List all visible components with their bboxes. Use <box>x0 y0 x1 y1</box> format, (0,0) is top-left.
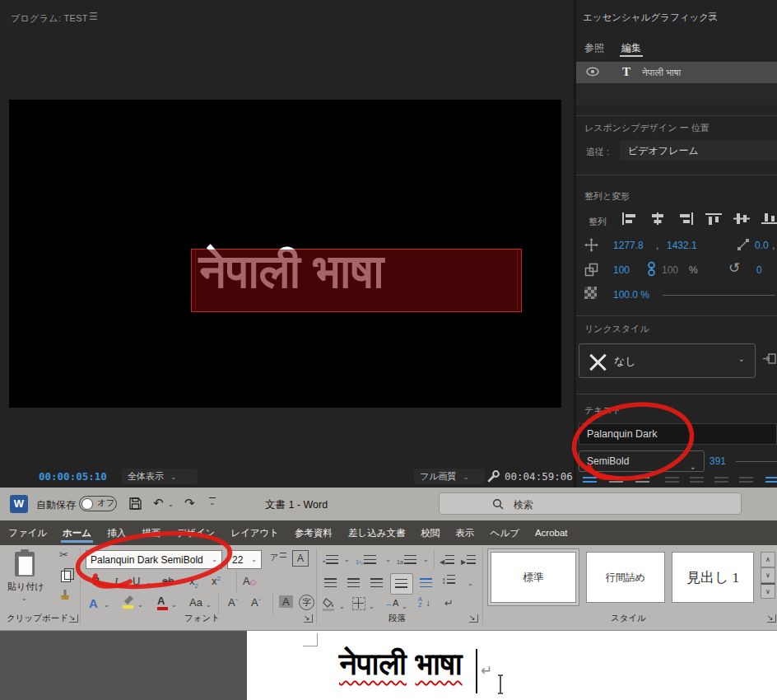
line-spacing-button[interactable]: ↕ <box>441 575 455 586</box>
shading-bucket-button[interactable] <box>323 598 335 611</box>
multilevel-list-button[interactable]: 1a <box>397 553 416 567</box>
push-style-to-layer-button[interactable] <box>762 352 776 366</box>
font-color-chevron-icon[interactable]: ⌄ <box>171 601 177 609</box>
italic-button[interactable]: I <box>114 575 118 588</box>
scale-height-value[interactable]: 100 <box>662 264 678 276</box>
tab-view[interactable]: 表示 <box>454 522 477 544</box>
distribute-button[interactable] <box>420 578 432 587</box>
font-family-dropdown[interactable]: Palanquin Dark <box>579 423 777 445</box>
undo-icon[interactable]: ↶ <box>153 496 164 511</box>
redo-icon[interactable]: ↷ <box>184 496 195 511</box>
paste-chevron-icon[interactable]: ⌄ <box>21 595 27 602</box>
grow-font-button[interactable]: Aˆ <box>228 596 238 609</box>
link-style-dropdown[interactable]: なし ⌄ <box>579 343 756 378</box>
align-center-horizontal-icon[interactable] <box>649 212 666 225</box>
text-justify-all-button[interactable] <box>739 477 753 478</box>
line-spacing-chevron-icon[interactable]: ⌄ <box>468 580 473 587</box>
numbered-list-chevron-icon[interactable]: ⌄ <box>385 556 391 563</box>
zoom-level-dropdown[interactable]: 全体表示 ⌄ <box>122 469 198 484</box>
styles-scroll-down-button[interactable]: ∨ <box>761 567 775 583</box>
text-effects-button[interactable]: A <box>89 596 98 610</box>
text-justify-last-center-button[interactable] <box>690 477 704 478</box>
document-text-line[interactable]: नेपाली भाषा <box>339 644 463 684</box>
tab-review[interactable]: 校閲 <box>420 522 442 544</box>
style-nospacing-card[interactable]: 行間詰め <box>586 552 665 603</box>
layer-name[interactable]: नेपाली भाषा <box>642 67 681 78</box>
change-case-button[interactable]: Aa <box>189 596 202 609</box>
tab-acrobat[interactable]: Acrobat <box>533 523 570 543</box>
underline-button[interactable]: U <box>133 575 140 587</box>
video-preview[interactable]: नेपाली भाषा <box>9 100 561 408</box>
align-top-icon[interactable] <box>705 212 722 225</box>
style-normal-card[interactable]: 標準 <box>491 552 576 603</box>
playback-quality-dropdown[interactable]: フル画質 ⌄ <box>414 469 485 484</box>
position-x-value[interactable]: 1277.8 <box>613 240 644 251</box>
rotation-value[interactable]: 0 <box>756 264 762 276</box>
customize-quick-access-icon[interactable]: ⌄ <box>209 497 216 506</box>
tab-insert[interactable]: 挿入 <box>105 522 128 544</box>
clipboard-dialog-launcher-icon[interactable]: ↘ <box>69 614 78 623</box>
borders-button[interactable] <box>352 597 365 610</box>
highlight-button[interactable] <box>123 595 134 609</box>
visibility-eye-icon[interactable] <box>586 67 599 77</box>
panel-menu-icon[interactable]: ☰ <box>89 11 98 22</box>
underline-chevron-icon[interactable]: ⌄ <box>146 579 151 586</box>
character-shading-button[interactable]: A <box>279 595 293 608</box>
decrease-indent-button[interactable]: ◀ <box>440 553 454 567</box>
align-center-vertical-icon[interactable] <box>733 212 750 225</box>
superscript-button[interactable]: x2 <box>212 575 221 587</box>
position-y-value[interactable]: 1432.1 <box>667 240 697 251</box>
search-box[interactable]: 検索 <box>439 492 742 515</box>
styles-dialog-launcher-icon[interactable]: ↘ <box>767 614 776 623</box>
opacity-slider[interactable] <box>663 295 775 296</box>
character-border-button[interactable]: A <box>292 550 309 567</box>
paragraph-dialog-launcher-icon[interactable]: ↘ <box>469 614 478 623</box>
anchor-x-value[interactable]: 0.0 <box>755 240 769 251</box>
tab-design[interactable]: デザイン <box>174 522 216 544</box>
borders-chevron-icon[interactable]: ⌄ <box>369 603 375 610</box>
text-selection-box[interactable]: नेपाली भाषा <box>191 249 522 312</box>
text-justify-last-left-button[interactable] <box>665 477 679 478</box>
phonetic-guide-button[interactable]: ア <box>270 552 286 563</box>
tab-layout[interactable]: レイアウト <box>229 522 281 544</box>
shrink-font-button[interactable]: Aˇ <box>251 596 261 609</box>
document-word-1[interactable]: नेपाली <box>339 646 407 681</box>
font-style-dropdown[interactable]: SemiBold ⌄ <box>579 450 705 472</box>
subscript-button[interactable]: x2 <box>189 575 198 590</box>
follow-dropdown[interactable]: ビデオフレーム <box>620 141 777 161</box>
multilevel-chevron-icon[interactable]: ⌄ <box>423 556 429 563</box>
text-effects-chevron-icon[interactable]: ⌄ <box>104 601 109 609</box>
bullet-list-chevron-icon[interactable]: ⌄ <box>344 556 350 563</box>
copy-icon[interactable] <box>61 571 71 582</box>
font-size-combo[interactable]: 22 ⌄ <box>227 550 262 569</box>
character-width-button[interactable]: 字 <box>299 595 314 610</box>
change-case-chevron-icon[interactable]: ⌄ <box>206 601 212 609</box>
document-word-2[interactable]: भाषा <box>415 646 462 681</box>
text-align-extra-button[interactable] <box>765 477 777 478</box>
style-heading1-card[interactable]: 見出し 1 <box>672 552 754 603</box>
text-align-right-button[interactable] <box>635 477 649 478</box>
tab-file[interactable]: ファイル <box>7 522 49 544</box>
text-align-center-button[interactable] <box>609 477 623 478</box>
strikethrough-button[interactable]: ab <box>162 575 174 587</box>
font-dialog-launcher-icon[interactable]: ↘ <box>304 614 313 623</box>
current-timecode[interactable]: 00:00:05:10 <box>39 470 107 483</box>
link-scale-icon[interactable] <box>647 261 656 277</box>
clear-formatting-button[interactable]: A◇ <box>243 575 256 587</box>
save-icon[interactable] <box>128 497 142 511</box>
cut-scissors-icon[interactable]: ✂ <box>59 548 68 561</box>
align-bottom-icon[interactable] <box>761 212 777 225</box>
bold-button[interactable]: B <box>92 575 100 587</box>
tab-help[interactable]: ヘルプ <box>489 522 521 544</box>
document-page[interactable] <box>247 631 777 700</box>
show-paragraph-marks-button[interactable]: ↵ <box>444 597 454 609</box>
align-center-button[interactable] <box>347 578 360 587</box>
styles-more-button[interactable]: ∨ <box>761 583 775 599</box>
align-left-button[interactable] <box>324 578 337 587</box>
paste-button[interactable]: 貼り付け <box>7 581 44 593</box>
undo-chevron-icon[interactable]: ⌄ <box>168 501 174 508</box>
layer-row-text[interactable]: T नेपाली भाषा <box>576 62 777 83</box>
tab-home[interactable]: ホーム <box>61 522 93 544</box>
styles-scroll-up-button[interactable]: ∧ <box>761 552 775 567</box>
sort-button[interactable]: AZ <box>418 596 422 608</box>
